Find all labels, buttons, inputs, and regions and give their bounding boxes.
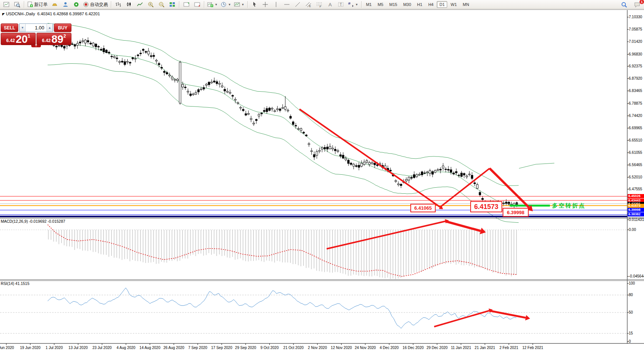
trend-arrow-rsi	[434, 311, 489, 327]
sell-button[interactable]: SELL	[1, 23, 18, 32]
timeframe-h1[interactable]: H1	[414, 1, 425, 8]
timeframe-m5[interactable]: M5	[375, 1, 386, 8]
community-button[interactable]	[60, 0, 71, 9]
vertical-line-tool-button[interactable]	[271, 0, 282, 9]
cursor-tool-button[interactable]	[249, 0, 260, 9]
timeframe-m30[interactable]: M30	[401, 1, 414, 8]
candle-body	[166, 73, 168, 74]
templates-button[interactable]: ▼	[233, 0, 246, 9]
candle-body	[397, 184, 399, 185]
price-annotation-6.39998[interactable]: 6.39998	[503, 208, 529, 217]
candle-body	[245, 114, 247, 115]
gold-ingot-icon	[52, 1, 58, 7]
candle-body	[250, 118, 252, 120]
timeframe-m1[interactable]: M1	[363, 1, 374, 8]
autoscroll-icon	[194, 1, 200, 7]
timeframe-d1[interactable]: D1	[437, 1, 447, 8]
svg-text:F: F	[320, 5, 321, 7]
date-label: 19 Jun 2020	[20, 346, 41, 350]
candle-body	[434, 170, 436, 172]
new-order-icon	[27, 1, 33, 7]
rsi-axis-label: 50	[629, 310, 633, 315]
search-button[interactable]	[619, 0, 629, 9]
timeframe-mn[interactable]: MN	[460, 1, 472, 8]
signals-button[interactable]	[71, 0, 81, 9]
panel-splitter[interactable]	[0, 217, 644, 218]
autoscroll-button[interactable]	[192, 0, 202, 9]
price-annotation-6.41065[interactable]: 6.41065	[410, 204, 436, 212]
volume-decrease-button[interactable]: ▼	[19, 24, 26, 32]
autotrade-button[interactable]: 自动交易	[81, 0, 109, 9]
notifications-button[interactable]: 1	[632, 0, 643, 9]
sell-price-display[interactable]: 6.42201	[1, 33, 36, 45]
fibonacci-tool-button[interactable]: F	[314, 0, 325, 9]
line-chart-button[interactable]	[134, 0, 145, 9]
candle-body	[450, 169, 452, 172]
profiles-button[interactable]	[12, 0, 22, 9]
candle-body	[208, 82, 210, 85]
candle-body	[79, 42, 81, 43]
candle-body	[468, 174, 470, 175]
candlestick-chart-button[interactable]	[124, 0, 134, 9]
chart-shift-button[interactable]	[181, 0, 192, 9]
candle-body	[474, 183, 475, 184]
new-chart-button[interactable]	[1, 0, 12, 9]
candle-body	[216, 82, 218, 83]
text-tool-button[interactable]: A	[325, 0, 336, 9]
volume-input[interactable]: 1.00	[26, 24, 47, 32]
volume-increase-button[interactable]: ▲	[47, 24, 53, 32]
chart-canvas[interactable]	[0, 0, 644, 352]
candle-body	[84, 40, 86, 43]
price-tag-6.41573: 6.41573	[628, 204, 644, 208]
new-order-button[interactable]: 新订单	[26, 0, 49, 9]
bar-chart-button[interactable]	[113, 0, 124, 9]
search-icon	[621, 1, 627, 8]
channel-tool-button[interactable]: E	[303, 0, 314, 9]
tile-windows-button[interactable]	[167, 0, 177, 9]
zoom-in-button[interactable]	[145, 0, 156, 9]
buy-price-display[interactable]: 6.42892	[36, 33, 71, 45]
arrows-tool-button[interactable]: ▼	[346, 0, 360, 9]
periods-button[interactable]: ▼	[219, 0, 233, 9]
turning-point-label[interactable]: 多空转折点	[552, 202, 586, 209]
candle-body	[342, 155, 344, 158]
timeframe-h4[interactable]: H4	[426, 1, 436, 8]
candle-body	[287, 110, 289, 111]
candle-body	[321, 148, 323, 149]
toolbar-separator	[111, 1, 111, 8]
buy-button[interactable]: BUY	[54, 23, 71, 32]
crosshair-tool-button[interactable]	[260, 0, 271, 9]
candle-body	[100, 49, 102, 50]
price-axis-label: 6.96830	[629, 52, 642, 57]
indicators-button[interactable]: ▼	[206, 0, 219, 9]
price-axis-label: 6.74420	[629, 114, 642, 118]
candle-body	[374, 163, 376, 165]
candle-body	[224, 89, 226, 91]
candle-body	[419, 174, 420, 175]
gold-button[interactable]	[49, 0, 60, 9]
indicators-icon	[207, 1, 213, 7]
panel-splitter[interactable]	[0, 279, 644, 280]
trade-panel-collapse-handle[interactable]: ▾	[31, 45, 41, 47]
candle-body	[126, 61, 128, 62]
candle-body	[355, 166, 357, 167]
candle-body	[148, 51, 150, 54]
macd-axis-label: 0.00	[629, 228, 636, 232]
svg-text:T: T	[340, 3, 342, 7]
price-annotation-6.41573[interactable]: 6.41573	[470, 201, 502, 212]
horizontal-line-tool-button[interactable]	[282, 0, 292, 9]
autotrade-label: 自动交易	[90, 1, 108, 8]
candle-body	[242, 110, 244, 111]
candle-body	[106, 50, 108, 53]
date-label: 24 Nov 2020	[355, 346, 376, 350]
candle-body	[121, 61, 123, 62]
candle-body	[479, 192, 481, 195]
candle-body	[198, 90, 199, 92]
label-tool-button[interactable]: T	[336, 0, 346, 9]
timeframe-m15[interactable]: M15	[387, 1, 400, 8]
timeframe-w1[interactable]: W1	[448, 1, 459, 8]
candle-body	[318, 150, 320, 152]
zoom-out-button[interactable]	[156, 0, 167, 9]
trendline-tool-button[interactable]	[292, 0, 303, 9]
buy-price-point: 2	[63, 34, 66, 39]
